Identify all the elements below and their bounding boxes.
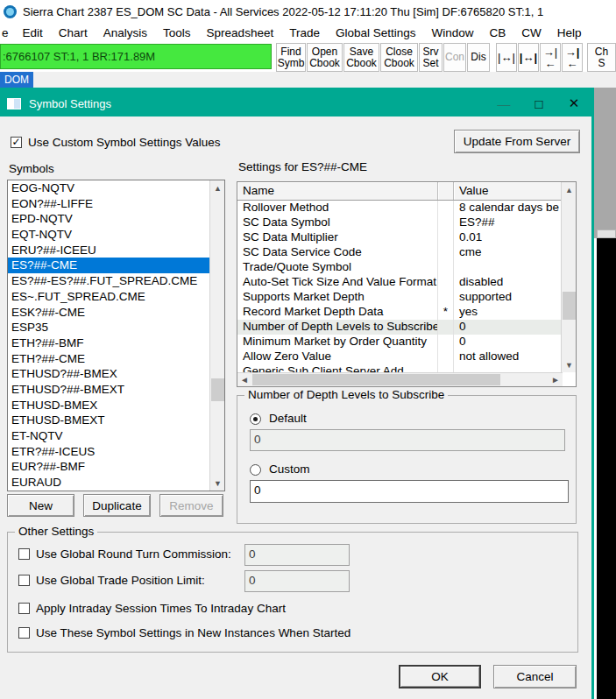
symbol-list-item[interactable]: ET-NQTV <box>8 428 209 444</box>
menu-global-settings[interactable]: Global Settings <box>328 25 424 41</box>
symbols-scrollbar[interactable]: ▲ ▼ <box>209 180 224 491</box>
expand-bar-spacing-bold-icon[interactable]: |↔| <box>518 43 539 72</box>
symbol-list-item[interactable]: ETH?##-CME <box>8 351 209 367</box>
symbols-listbox[interactable]: EOG-NQTV EON?##-LIFFE EPD-NQTV EQT-NQTV … <box>7 180 225 491</box>
symbol-list-item[interactable]: EPD-NQTV <box>8 211 209 227</box>
dialog-titlebar[interactable]: Symbol Settings — □ ✕ <box>0 90 591 116</box>
menu-file[interactable]: e <box>0 25 15 41</box>
collapse-bar-spacing-bold-icon[interactable]: →|← <box>562 43 583 72</box>
symbol-list-item[interactable]: EON?##-LIFFE <box>8 196 209 212</box>
symbol-list-item[interactable]: ETHUSD-BMEX <box>8 398 209 413</box>
ok-button[interactable]: OK <box>399 665 481 688</box>
table-row[interactable]: Trade/Quote Symbol <box>237 260 563 275</box>
new-button[interactable]: New <box>7 494 74 517</box>
new-instances-checkbox[interactable] <box>18 627 30 639</box>
header-value[interactable]: Value <box>454 182 563 200</box>
table-row-clipped[interactable]: Generic Sub Client Server Add <box>237 364 563 372</box>
scroll-down-icon[interactable]: ▼ <box>210 476 225 491</box>
scroll-right-icon[interactable]: ► <box>549 373 563 386</box>
maximize-icon[interactable]: □ <box>521 90 556 116</box>
scroll-left-icon[interactable]: ◄ <box>237 373 251 386</box>
server-settings-button[interactable]: Srv Set <box>419 43 443 72</box>
table-row[interactable]: Auto-Set Tick Size And Value Format..dis… <box>237 275 563 290</box>
scroll-down-icon[interactable]: ▼ <box>562 357 577 372</box>
menu-help[interactable]: Help <box>549 25 590 41</box>
close-icon[interactable]: ✕ <box>556 90 591 116</box>
table-row[interactable]: Minimum Market by Order Quantity0 <box>237 335 563 350</box>
row-name: Auto-Set Tick Size And Value Format.. <box>237 275 438 290</box>
custom-depth-input[interactable]: 0 <box>250 480 569 503</box>
table-hscrollbar[interactable]: ◄ ► <box>237 372 563 386</box>
menu-cb[interactable]: CB <box>482 25 514 41</box>
table-row[interactable]: SC Data SymbolES?## <box>237 215 563 230</box>
symbol-list-item[interactable]: EURAUD <box>8 475 209 491</box>
custom-radio[interactable] <box>250 464 261 476</box>
symbol-list-item[interactable]: ETR?##-ICEUS <box>8 444 209 460</box>
menu-edit[interactable]: Edit <box>15 25 51 41</box>
row-name: SC Data Service Code <box>237 245 438 260</box>
duplicate-button[interactable]: Duplicate <box>83 494 151 517</box>
table-row-highlighted[interactable]: Number of Depth Levels to Subscribe0 <box>237 320 563 335</box>
menu-trade[interactable]: Trade <box>281 25 328 41</box>
global-commission-checkbox[interactable] <box>18 548 30 560</box>
menu-spreadsheet[interactable]: Spreadsheet <box>199 25 282 41</box>
find-symbol-button[interactable]: Find Symb <box>276 43 306 72</box>
minimize-icon[interactable]: — <box>486 90 521 116</box>
row-value: ES?## <box>454 215 563 230</box>
symbol-list-item[interactable]: ETHUSD?##-BMEXT <box>8 382 209 398</box>
cancel-button[interactable]: Cancel <box>493 665 577 688</box>
symbol-list-item[interactable]: EUR?##-BMF <box>8 459 209 475</box>
table-row[interactable]: SC Data Service Codecme <box>237 245 563 260</box>
open-chartbook-button[interactable]: Open Cbook <box>307 43 343 72</box>
menu-analysis[interactable]: Analysis <box>96 25 155 41</box>
symbol-list-item[interactable]: ES?##-ES?##.FUT_SPREAD.CME <box>8 273 209 289</box>
symbol-list-item[interactable]: ESK?##-CME <box>8 305 209 321</box>
tab-es-dom[interactable]: DOM <box>0 72 33 88</box>
symbol-list-item-selected[interactable]: ES?##-CME <box>8 258 209 273</box>
menu-chart[interactable]: Chart <box>51 25 96 41</box>
settings-for-label: Settings for ES?##-CME <box>238 160 367 173</box>
header-flag[interactable] <box>438 182 454 200</box>
symbol-list-item[interactable]: EQT-NQTV <box>8 227 209 243</box>
table-row[interactable]: Allow Zero Valuenot allowed <box>237 350 563 364</box>
symbol-list-item[interactable]: EURCAD <box>8 491 209 491</box>
close-chartbook-button[interactable]: Close Cbook <box>380 43 418 72</box>
symbol-list-item[interactable]: ETH?##-BMF <box>8 335 209 351</box>
symbol-list-item[interactable]: ETHUSD?##-BMEX <box>8 366 209 382</box>
scrollbar-thumb[interactable] <box>211 378 224 401</box>
row-value: 0 <box>454 335 563 350</box>
scrollbar-thumb[interactable] <box>563 292 576 320</box>
table-row[interactable]: SC Data Multiplier0.01 <box>237 230 563 245</box>
table-vscrollbar[interactable]: ▲ ▼ <box>561 182 576 372</box>
row-value: cme <box>454 245 563 260</box>
symbol-list-item[interactable]: ERU?##-ICEEU <box>8 243 209 258</box>
table-row[interactable]: Rollover Method8 calendar days be <box>237 201 563 215</box>
symbol-list-item[interactable]: ETHUSD-BMEXT <box>8 413 209 428</box>
symbol-list-item[interactable]: ES~.FUT_SPREAD.CME <box>8 289 209 305</box>
main-titlebar: Sierra Chart 2387 ES_DOM SC Data - All S… <box>0 0 616 23</box>
intraday-session-label: Apply Intraday Session Times To Intraday… <box>36 602 286 615</box>
table-row[interactable]: Supports Market Depthsupported <box>237 290 563 305</box>
row-name: Generic Sub Client Server Add <box>237 364 438 372</box>
disconnect-button[interactable]: Dis <box>467 43 490 72</box>
update-from-server-button[interactable]: Update From Server <box>454 130 580 153</box>
scroll-up-icon[interactable]: ▲ <box>562 182 577 197</box>
symbol-list-item[interactable]: EOG-NQTV <box>8 180 209 196</box>
scrollbar-thumb[interactable] <box>252 374 500 385</box>
use-custom-settings-checkbox[interactable]: ✓ <box>11 137 22 148</box>
table-row[interactable]: Record Market Depth Data*yes <box>237 305 563 320</box>
save-chartbook-button[interactable]: Save Cbook <box>343 43 379 72</box>
symbol-list-item[interactable]: ESP35 <box>8 320 209 335</box>
menu-tools[interactable]: Tools <box>155 25 199 41</box>
menu-cw[interactable]: CW <box>513 25 549 41</box>
intraday-session-checkbox[interactable] <box>18 603 30 614</box>
menu-window[interactable]: Window <box>423 25 481 41</box>
position-limit-checkbox[interactable] <box>18 575 30 586</box>
chart-settings-partial-button[interactable]: Ch S <box>587 43 616 72</box>
expand-bar-spacing-icon[interactable]: |↔| <box>496 43 517 72</box>
collapse-bar-spacing-icon[interactable]: →|← <box>540 43 561 72</box>
default-radio[interactable] <box>250 413 261 425</box>
settings-table[interactable]: Name Value Rollover Method8 calendar day… <box>237 181 577 387</box>
header-name[interactable]: Name <box>237 182 438 200</box>
scroll-up-icon[interactable]: ▲ <box>210 180 225 195</box>
